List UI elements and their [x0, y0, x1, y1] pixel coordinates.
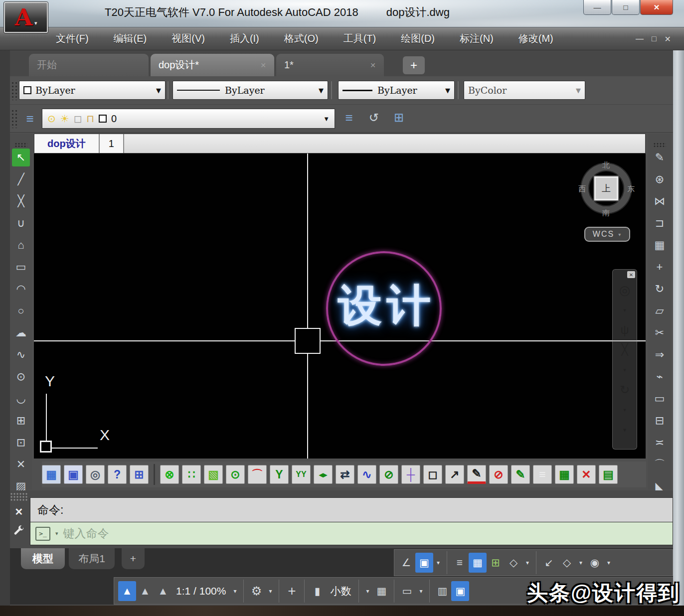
- show-motion-more-icon[interactable]: ▾: [616, 422, 633, 438]
- offset-icon[interactable]: ⊐: [651, 214, 669, 232]
- lamp-symbol-icon[interactable]: Y: [270, 465, 289, 484]
- save-project-icon[interactable]: ▣: [64, 465, 83, 484]
- help-assist-icon[interactable]: ?: [108, 465, 127, 484]
- units-more-icon[interactable]: ▾: [362, 581, 372, 601]
- quick-calc-icon[interactable]: ▦: [372, 581, 390, 601]
- menu-file[interactable]: 文件(F): [56, 32, 89, 45]
- command-grip[interactable]: [10, 492, 28, 501]
- workspace-gear-icon[interactable]: ⚙: [247, 581, 265, 601]
- new-tab-button[interactable]: +: [403, 56, 425, 74]
- layer-freeze-icon[interactable]: ◻: [74, 113, 82, 125]
- annotation-autoscale-icon[interactable]: ▲: [136, 581, 154, 601]
- drawing-tab-second[interactable]: 1: [100, 134, 124, 153]
- block-convert-icon[interactable]: ▧: [204, 465, 223, 484]
- security-more-icon[interactable]: ▾: [604, 553, 614, 573]
- mirror-icon[interactable]: ⋈: [651, 192, 669, 210]
- create-block-icon[interactable]: ⊡: [12, 434, 30, 452]
- file-tab-active[interactable]: dop设计* ✕: [151, 54, 274, 76]
- break-icon[interactable]: ▭: [651, 390, 669, 408]
- navbar-close-icon[interactable]: ✕: [627, 271, 635, 278]
- terminal-table-icon[interactable]: ▤: [599, 465, 618, 484]
- layer-states-icon[interactable]: ≡: [340, 109, 358, 127]
- drawing-tab-main[interactable]: dop设计: [34, 134, 100, 153]
- annotation-scale-flag-icon[interactable]: ▲: [154, 581, 172, 601]
- wire-align-icon[interactable]: ◂▸: [314, 465, 333, 484]
- polyline-icon[interactable]: ∪: [12, 214, 30, 232]
- wcs-button[interactable]: WCS ▾: [584, 227, 630, 242]
- drawing-canvas[interactable]: 设计 上 北 南 西 东 WCS ▾ Y X ✕ ◎▾ψ╳▾↻▾▾: [34, 154, 646, 459]
- revision-cloud-icon[interactable]: ☁: [12, 324, 30, 342]
- minimize-button[interactable]: —: [583, 0, 611, 15]
- construction-line-icon[interactable]: ╳: [12, 192, 30, 210]
- tab-model[interactable]: 模型: [21, 548, 65, 569]
- layer-on-bulb-icon[interactable]: ⊙: [47, 113, 56, 125]
- menu-edit[interactable]: 编辑(E): [114, 32, 147, 45]
- viewcube-east-label[interactable]: 东: [627, 184, 635, 194]
- object-snap-icon[interactable]: ▣: [415, 553, 433, 573]
- layer-unlock-icon[interactable]: ⊓: [86, 113, 94, 125]
- trim-icon[interactable]: ✂: [651, 324, 669, 342]
- display-lock-icon[interactable]: ▭: [398, 581, 416, 601]
- clean-screen-icon[interactable]: ▣: [451, 581, 469, 601]
- command-history[interactable]: 命令:: [30, 497, 673, 522]
- fillet-icon[interactable]: ⌒: [651, 456, 669, 473]
- orbit-icon[interactable]: ↻: [616, 382, 633, 398]
- menu-view[interactable]: 视图(V): [171, 32, 205, 45]
- doc-minimize-icon[interactable]: —: [636, 34, 644, 43]
- convert-device-icon[interactable]: ⇄: [336, 465, 354, 484]
- units-ruler-icon[interactable]: ▮: [308, 581, 326, 601]
- select-icon[interactable]: ↖: [12, 149, 30, 166]
- hatch-display-icon[interactable]: ▦: [469, 553, 487, 573]
- viewcube-top-face[interactable]: 上: [594, 176, 618, 200]
- file-tab-second[interactable]: 1* ✕: [276, 54, 384, 76]
- polar-tracking-icon[interactable]: ∠: [397, 553, 415, 573]
- layer-settings-icon[interactable]: ⊞: [390, 109, 408, 127]
- leader-annotate-icon[interactable]: ↗: [445, 465, 464, 484]
- menu-format[interactable]: 格式(O): [284, 32, 319, 45]
- object-isolate-icon[interactable]: ▥: [433, 581, 451, 601]
- cube-3d-icon[interactable]: ◇: [558, 553, 576, 573]
- move-icon[interactable]: +: [651, 258, 669, 276]
- menu-modify[interactable]: 修改(M): [518, 32, 553, 45]
- ellipse-icon[interactable]: ⊙: [12, 368, 30, 386]
- maximize-button[interactable]: □: [612, 0, 640, 15]
- layer-lines-icon[interactable]: ≡: [533, 465, 552, 484]
- toolbar-grip[interactable]: [653, 143, 666, 148]
- layer-combo[interactable]: ⊙☀◻⊓ 0 ▼: [42, 109, 335, 129]
- doc-restore-icon[interactable]: □: [652, 34, 657, 43]
- device-manage-icon[interactable]: ⊞: [130, 465, 149, 484]
- chevron-down-icon[interactable]: ▾: [55, 530, 58, 537]
- zoom-icon[interactable]: ╳: [616, 342, 633, 358]
- cube-more-icon[interactable]: ▾: [576, 553, 586, 573]
- new-layout-button[interactable]: +: [122, 548, 145, 569]
- arc-icon[interactable]: ◠: [12, 280, 30, 298]
- viewcube-north-label[interactable]: 北: [602, 160, 610, 170]
- display-lock-more-icon[interactable]: ▾: [416, 581, 426, 601]
- crosshair-plus-icon[interactable]: +: [283, 581, 301, 601]
- scale-icon[interactable]: ▱: [651, 302, 669, 320]
- arc-wire-icon[interactable]: ⌒: [248, 465, 267, 484]
- lamp-edit-icon[interactable]: ✎: [511, 465, 530, 484]
- ucs-toggle-icon[interactable]: ↙: [540, 553, 558, 573]
- divide-point-icon[interactable]: ✕: [12, 456, 30, 473]
- polygon-icon[interactable]: ⌂: [12, 236, 30, 254]
- rectangle-icon[interactable]: ▭: [12, 258, 30, 276]
- annotate-brush-icon[interactable]: ✎: [467, 465, 486, 484]
- close-button[interactable]: ✕: [640, 0, 673, 15]
- pan-hand-icon[interactable]: ψ: [616, 322, 633, 338]
- workspace-more-icon[interactable]: ▾: [265, 581, 275, 601]
- lineweight-combo[interactable]: ByLayer ▼: [338, 81, 455, 100]
- layer-undo-icon[interactable]: ↺: [365, 109, 383, 127]
- viewcube-west-label[interactable]: 西: [578, 184, 586, 194]
- viewcube-south-label[interactable]: 南: [602, 208, 610, 218]
- menu-draw[interactable]: 绘图(D): [401, 32, 435, 45]
- device-table-icon[interactable]: ▦: [555, 465, 574, 484]
- tab-close-icon[interactable]: ✕: [260, 61, 266, 69]
- layer-properties-button[interactable]: ≡: [20, 109, 40, 129]
- menu-insert[interactable]: 插入(I): [230, 32, 259, 45]
- view-cube-toggle-icon[interactable]: ◇: [505, 553, 522, 573]
- command-input-placeholder[interactable]: 键入命令: [63, 526, 109, 541]
- annotation-visibility-icon[interactable]: ▲: [118, 581, 136, 601]
- wire-break-icon[interactable]: ✕: [577, 465, 596, 484]
- system-config-icon[interactable]: ▦: [42, 465, 61, 484]
